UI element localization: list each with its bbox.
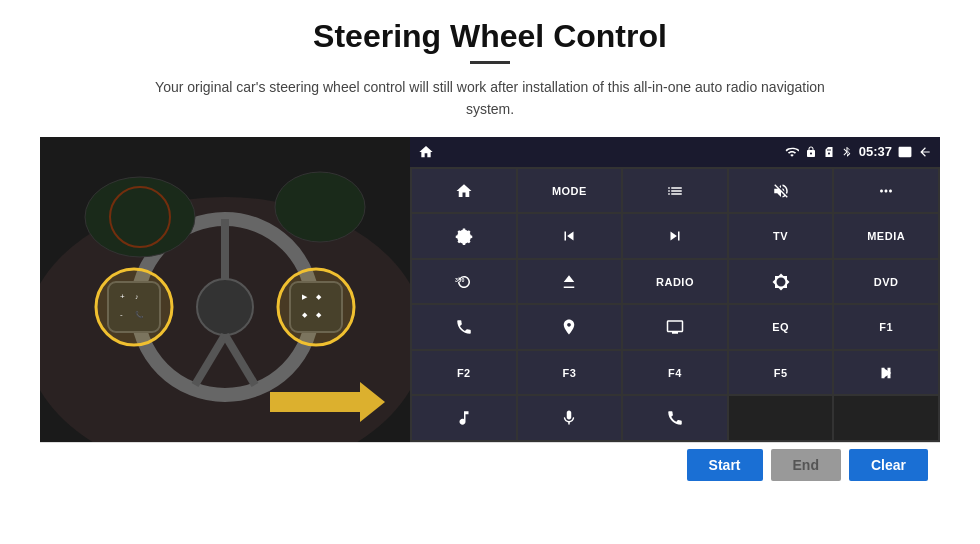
wifi-icon bbox=[785, 145, 799, 159]
f3-btn[interactable]: F3 bbox=[518, 351, 622, 395]
eject-btn[interactable] bbox=[518, 260, 622, 304]
car-image: + - ♪ 📞 ▶ ◆ ◆ ◆ bbox=[40, 137, 410, 442]
home-status-icon bbox=[418, 144, 434, 160]
display-icon bbox=[898, 145, 912, 159]
f4-btn[interactable]: F4 bbox=[623, 351, 727, 395]
bottom-bar: Start End Clear bbox=[40, 442, 940, 488]
next-btn[interactable] bbox=[623, 214, 727, 258]
svg-text:📞: 📞 bbox=[135, 310, 144, 319]
status-time: 05:37 bbox=[859, 144, 892, 159]
clear-button[interactable]: Clear bbox=[849, 449, 928, 481]
svg-point-11 bbox=[275, 172, 365, 242]
svg-point-13 bbox=[96, 269, 172, 345]
music-btn[interactable] bbox=[412, 396, 516, 440]
button-grid: MODE TV bbox=[410, 167, 940, 442]
empty-btn-2 bbox=[834, 396, 938, 440]
list-btn[interactable] bbox=[623, 169, 727, 213]
svg-text:-: - bbox=[120, 310, 123, 319]
content-row: + - ♪ 📞 ▶ ◆ ◆ ◆ bbox=[40, 137, 940, 442]
media-btn[interactable]: MEDIA bbox=[834, 214, 938, 258]
mute-btn[interactable] bbox=[729, 169, 833, 213]
sim-icon bbox=[823, 146, 835, 158]
control-panel: 05:37 MODE bbox=[410, 137, 940, 442]
f1-btn[interactable]: F1 bbox=[834, 305, 938, 349]
svg-point-10 bbox=[85, 177, 195, 257]
f5-btn[interactable]: F5 bbox=[729, 351, 833, 395]
360-btn[interactable]: 360 bbox=[412, 260, 516, 304]
f2-btn[interactable]: F2 bbox=[412, 351, 516, 395]
apps-btn[interactable] bbox=[834, 169, 938, 213]
screen-btn[interactable] bbox=[623, 305, 727, 349]
home-btn[interactable] bbox=[412, 169, 516, 213]
end-button[interactable]: End bbox=[771, 449, 841, 481]
answer-end-btn[interactable] bbox=[623, 396, 727, 440]
bluetooth-icon bbox=[841, 146, 853, 158]
eq-btn[interactable]: EQ bbox=[729, 305, 833, 349]
play-pause-btn[interactable] bbox=[834, 351, 938, 395]
mode-btn[interactable]: MODE bbox=[518, 169, 622, 213]
svg-text:+: + bbox=[120, 292, 125, 301]
radio-btn[interactable]: RADIO bbox=[623, 260, 727, 304]
lock-icon bbox=[805, 146, 817, 158]
bottom-wrapper: Start End Clear bbox=[40, 442, 940, 488]
page-title: Steering Wheel Control bbox=[313, 18, 667, 55]
start-button[interactable]: Start bbox=[687, 449, 763, 481]
nav-btn[interactable] bbox=[518, 305, 622, 349]
empty-btn-1 bbox=[729, 396, 833, 440]
settings-btn[interactable] bbox=[412, 214, 516, 258]
svg-point-14 bbox=[278, 269, 354, 345]
dvd-btn[interactable]: DVD bbox=[834, 260, 938, 304]
phone-btn[interactable] bbox=[412, 305, 516, 349]
page-subtitle: Your original car's steering wheel contr… bbox=[140, 76, 840, 121]
status-right: 05:37 bbox=[785, 144, 932, 159]
status-left bbox=[418, 144, 434, 160]
status-bar: 05:37 bbox=[410, 137, 940, 167]
tv-btn[interactable]: TV bbox=[729, 214, 833, 258]
page: Steering Wheel Control Your original car… bbox=[0, 0, 980, 544]
svg-text:♪: ♪ bbox=[135, 293, 139, 300]
prev-btn[interactable] bbox=[518, 214, 622, 258]
title-divider bbox=[470, 61, 510, 64]
brightness-btn[interactable] bbox=[729, 260, 833, 304]
mic-btn[interactable] bbox=[518, 396, 622, 440]
svg-point-4 bbox=[197, 279, 253, 335]
back-icon bbox=[918, 145, 932, 159]
